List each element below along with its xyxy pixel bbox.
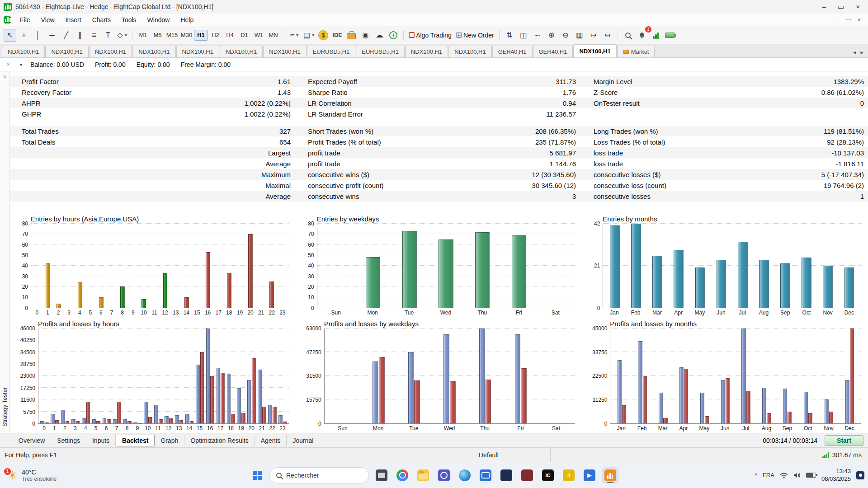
- chart-tab-ndx100-h1-4[interactable]: NDX100,H1: [176, 46, 219, 57]
- taskbar-app-app-maroon-icon[interactable]: [519, 467, 535, 483]
- taskbar-app-teams-icon[interactable]: [436, 467, 452, 483]
- cursor-tool-icon[interactable]: ↖: [4, 29, 16, 42]
- chart-objects-icon[interactable]: ▤▾: [302, 29, 316, 42]
- notification-center-icon[interactable]: [856, 471, 864, 479]
- vertical-line-tool-icon[interactable]: │: [32, 29, 44, 42]
- timeframe-mn[interactable]: MN: [266, 30, 280, 41]
- chart-tab-ndx100-h1-13[interactable]: NDX100,H1: [573, 44, 616, 57]
- wifi-icon[interactable]: [780, 472, 788, 479]
- timeframe-h4[interactable]: H4: [223, 30, 237, 41]
- tile-windows-icon[interactable]: ◫: [517, 29, 530, 42]
- taskbar-app-code-app-icon[interactable]: IC: [540, 467, 556, 483]
- taskbar-app-app-navy-icon[interactable]: [498, 467, 514, 483]
- briefcase-icon[interactable]: [347, 33, 356, 39]
- menu-insert[interactable]: Insert: [60, 15, 87, 25]
- taskbar-app-app-yellow-icon[interactable]: J: [561, 467, 577, 483]
- menu-tools[interactable]: Tools: [116, 15, 142, 25]
- horizontal-line-tool-icon[interactable]: ─: [46, 29, 58, 42]
- broadcast-icon[interactable]: ◉: [359, 29, 372, 42]
- timeframe-h2[interactable]: H2: [208, 30, 222, 41]
- shapes-tool-icon[interactable]: ◇▾: [116, 29, 128, 42]
- currency-coin-icon[interactable]: $: [318, 30, 328, 40]
- trendline-tool-icon[interactable]: ╱: [60, 29, 72, 42]
- taskbar-app-chrome-icon[interactable]: [394, 467, 410, 483]
- text-tool-icon[interactable]: T: [102, 29, 114, 42]
- battery-icon[interactable]: [806, 473, 816, 478]
- language-indicator[interactable]: FRA: [763, 472, 774, 479]
- timeframe-m15[interactable]: M15: [165, 30, 179, 41]
- taskbar-app-media-player-icon[interactable]: ▶: [581, 467, 598, 483]
- menu-window[interactable]: Window: [142, 15, 175, 25]
- cloud-icon[interactable]: ☁: [373, 29, 386, 42]
- algo-trading-button[interactable]: Algo Trading: [407, 29, 453, 42]
- timeframe-w1[interactable]: W1: [252, 30, 266, 41]
- chart-tab-ndx100-h1-1[interactable]: NDX100,H1: [45, 46, 88, 57]
- chart-tab-ger40-h1-12[interactable]: GER40,H1: [533, 46, 573, 57]
- start-button-windows[interactable]: [250, 468, 265, 483]
- child-close-button[interactable]: ×: [857, 16, 861, 23]
- equity-curve-icon[interactable]: ∽: [531, 29, 544, 42]
- grid-view-icon[interactable]: ▦: [573, 29, 586, 42]
- chart-tab-ndx100-h1-5[interactable]: NDX100,H1: [220, 46, 263, 57]
- dock-right-icon[interactable]: ↦: [587, 29, 600, 42]
- child-minimize-button[interactable]: –: [836, 16, 839, 23]
- indicators-icon[interactable]: ≈▾: [288, 29, 301, 42]
- child-restore-button[interactable]: ▭: [845, 16, 851, 23]
- tester-tab-optimization-results[interactable]: Optimization Results: [184, 435, 255, 446]
- fibonacci-tool-icon[interactable]: ≡: [88, 29, 100, 42]
- levels-icon[interactable]: [653, 32, 659, 39]
- minimize-button[interactable]: –: [822, 3, 826, 11]
- notifications-button[interactable]: 1: [636, 29, 648, 42]
- community-icon[interactable]: +: [389, 31, 397, 39]
- chart-tab-ndx100-h1-9[interactable]: NDX100,H1: [405, 46, 448, 57]
- taskbar-search[interactable]: Rechercher: [269, 467, 369, 483]
- menu-view[interactable]: View: [36, 15, 60, 25]
- search-icon[interactable]: [625, 33, 631, 38]
- chart-tab-ndx100-h1-10[interactable]: NDX100,H1: [448, 46, 491, 57]
- new-order-button[interactable]: ⊞New Order: [454, 29, 495, 42]
- weather-widget[interactable]: ☀1 40°C Très ensoleillé: [4, 462, 60, 488]
- timeframe-h1[interactable]: H1: [194, 30, 208, 41]
- menu-help[interactable]: Help: [175, 15, 199, 25]
- restore-button[interactable]: ▭: [838, 3, 844, 11]
- tester-tab-inputs[interactable]: Inputs: [86, 435, 116, 446]
- chart-tab-eurusd-i-h1-7[interactable]: EURUSD.i,H1: [307, 46, 356, 57]
- taskbar-app-metatrader-icon[interactable]: [602, 467, 618, 483]
- start-button[interactable]: Start: [825, 435, 863, 446]
- tester-tab-overview[interactable]: Overview: [13, 435, 51, 446]
- timeframe-m30[interactable]: M30: [179, 30, 193, 41]
- tester-tab-graph[interactable]: Graph: [155, 435, 184, 446]
- timeframe-m1[interactable]: M1: [136, 30, 150, 41]
- chart-tab-ndx100-h1-0[interactable]: NDX100,H1: [2, 46, 45, 57]
- taskbar-app-file-explorer-icon[interactable]: [415, 467, 431, 483]
- chart-tab-eurusd-i-h1-8[interactable]: EURUSD.i,H1: [356, 46, 405, 57]
- volume-icon[interactable]: [793, 472, 801, 479]
- clock[interactable]: 13:43 08/03/2025: [821, 468, 851, 483]
- tray-expand-icon[interactable]: ^: [755, 472, 757, 479]
- chart-tab-ndx100-h1-2[interactable]: NDX100,H1: [89, 46, 132, 57]
- tab-scroll-right-icon[interactable]: ▸: [860, 49, 863, 56]
- tile-vertical-icon[interactable]: ⇅: [503, 29, 516, 42]
- chart-tab-ndx100-h1-3[interactable]: NDX100,H1: [132, 46, 175, 57]
- taskbar-app-store-icon[interactable]: [477, 467, 494, 483]
- close-tester-icon[interactable]: ×: [1, 73, 9, 80]
- close-button[interactable]: ×: [856, 3, 860, 11]
- channel-tool-icon[interactable]: ∥: [74, 29, 86, 42]
- chart-tab-ndx100-h1-6[interactable]: NDX100,H1: [263, 46, 306, 57]
- taskbar-app-task-view-icon[interactable]: [373, 467, 390, 483]
- chart-tab-ger40-h1-11[interactable]: GER40,H1: [492, 46, 533, 57]
- tester-tab-backtest[interactable]: Backtest: [116, 435, 155, 446]
- tester-tab-journal[interactable]: Journal: [287, 435, 319, 446]
- zoom-in-icon[interactable]: ⊕: [545, 29, 558, 42]
- profile-selector[interactable]: Default: [474, 448, 551, 462]
- tab-scroll-left-icon[interactable]: ◂: [853, 49, 856, 56]
- menu-file[interactable]: File: [14, 15, 36, 25]
- tab-market[interactable]: Market: [617, 46, 655, 57]
- tester-tab-settings[interactable]: Settings: [51, 435, 86, 446]
- menu-charts[interactable]: Charts: [87, 15, 116, 25]
- zoom-out-icon[interactable]: ⊖: [559, 29, 572, 42]
- taskbar-app-edge-icon[interactable]: [457, 467, 473, 483]
- close-panel-icon[interactable]: ×: [5, 61, 12, 68]
- timeframe-d1[interactable]: D1: [237, 30, 251, 41]
- dock-left-icon[interactable]: ↤: [601, 29, 614, 42]
